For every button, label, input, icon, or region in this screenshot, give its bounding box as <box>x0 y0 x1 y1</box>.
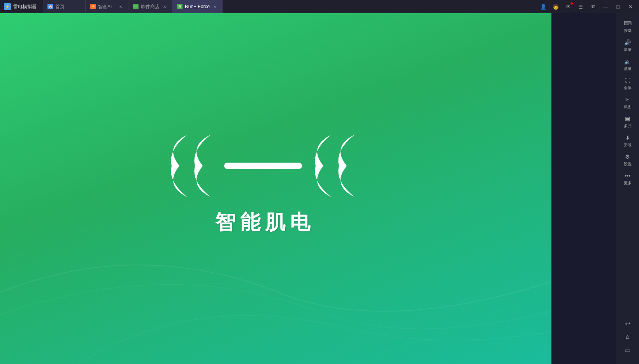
thunder-icon: ⚡ <box>4 3 11 10</box>
keyboard-icon: ⌨ <box>624 19 632 27</box>
tab-shop-icon: 🛒 <box>133 4 139 9</box>
right-sidebar: ⌨ 按键 🔊 加量 🔈 减量 ⛶ 全屏 ✂ 截图 ▣ 多开 ⬇ 安装 ⚙ 设置 … <box>616 13 639 364</box>
volume-down-icon: 🔈 <box>624 58 632 65</box>
volume-up-icon: 🔊 <box>624 38 632 46</box>
sidebar-item-volume-down[interactable]: 🔈 减量 <box>618 55 638 74</box>
fullscreen-icon: ⛶ <box>624 77 632 84</box>
sidebar-install-label: 安装 <box>624 143 632 147</box>
main-content: 智能肌电 <box>0 13 551 364</box>
tab-rune-label: RunE Force <box>185 4 210 9</box>
multi-icon: ▣ <box>624 115 632 122</box>
home-button[interactable]: ⌂ <box>618 331 638 343</box>
sidebar-fullscreen-label: 全屏 <box>624 86 632 90</box>
sidebar-item-keyboard[interactable]: ⌨ 按键 <box>618 17 638 35</box>
close-button[interactable]: ✕ <box>625 2 636 12</box>
tab-home-icon: 🏠 <box>47 4 53 9</box>
tabs-container: 🏠 首页 ⚡ 智画AI ✕ 🛒 软件商店 ✕ R RunE Force ✕ <box>43 0 223 13</box>
tab-ai-label: 智画AI <box>98 4 112 10</box>
app-name: 雷电模拟器 <box>13 4 37 10</box>
minimize-button[interactable]: — <box>600 2 611 12</box>
titlebar-left: ⚡ 雷电模拟器 🏠 首页 ⚡ 智画AI ✕ 🛒 软件商店 ✕ <box>0 0 538 13</box>
titlebar-controls: 👤 🧑 ✉ ☰ ⧉ — □ ✕ <box>538 2 639 12</box>
mail-badge <box>571 2 573 5</box>
logo-symbol <box>156 131 374 201</box>
sidebar-item-multi[interactable]: ▣ 多开 <box>618 112 638 131</box>
sidebar-item-settings[interactable]: ⚙ 设置 <box>618 150 638 169</box>
sidebar-item-volume-up[interactable]: 🔊 加量 <box>618 36 638 54</box>
logo-text-row: 智能肌电 <box>215 209 315 236</box>
logo-container: 智能肌电 <box>156 131 374 236</box>
app-icon-area: ⚡ 雷电模拟器 <box>0 3 43 10</box>
screenshot-icon: ✂ <box>624 96 632 103</box>
tab-home[interactable]: 🏠 首页 <box>43 0 86 13</box>
sidebar-volume-up-label: 加量 <box>624 47 632 52</box>
tab-shop-close[interactable]: ✕ <box>162 4 167 9</box>
tab-ai-icon: ⚡ <box>90 4 96 9</box>
recent-button[interactable]: ▭ <box>618 344 638 356</box>
restore-button[interactable]: ⧉ <box>588 2 599 12</box>
sidebar-item-install[interactable]: ⬇ 安装 <box>618 131 638 150</box>
back-button[interactable]: ↩ <box>618 317 638 330</box>
sidebar-item-more[interactable]: ••• 更多 <box>618 170 638 188</box>
svg-rect-0 <box>224 163 302 169</box>
tab-home-label: 首页 <box>55 4 65 10</box>
tab-shop-label: 软件商店 <box>141 4 160 10</box>
tab-rune-icon: R <box>177 4 183 9</box>
more-icon: ••• <box>624 172 632 180</box>
install-icon: ⬇ <box>624 134 632 142</box>
settings-icon: ⚙ <box>624 153 632 161</box>
menu-button[interactable]: ☰ <box>575 2 586 12</box>
sidebar-item-fullscreen[interactable]: ⛶ 全屏 <box>618 74 638 93</box>
sidebar-settings-label: 设置 <box>624 162 632 166</box>
account-button[interactable]: 👤 <box>538 2 549 12</box>
tab-ai[interactable]: ⚡ 智画AI ✕ <box>86 0 128 13</box>
sidebar-keyboard-label: 按键 <box>624 28 632 33</box>
sidebar-item-screenshot[interactable]: ✂ 截图 <box>618 93 638 112</box>
titlebar: ⚡ 雷电模拟器 🏠 首页 ⚡ 智画AI ✕ 🛒 软件商店 ✕ <box>0 0 639 13</box>
sidebar-more-label: 更多 <box>624 181 632 186</box>
mail-button[interactable]: ✉ <box>563 2 574 12</box>
avatar-button[interactable]: 🧑 <box>550 2 561 12</box>
sidebar-multi-label: 多开 <box>624 124 632 128</box>
tab-ai-close[interactable]: ✕ <box>118 4 123 9</box>
tab-rune-close[interactable]: ✕ <box>212 4 218 9</box>
logo-text: 智能肌电 <box>215 209 315 236</box>
sidebar-screenshot-label: 截图 <box>624 105 632 109</box>
sidebar-volume-down-label: 减量 <box>624 66 632 71</box>
sidebar-bottom: ↩ ⌂ ▭ <box>618 317 638 360</box>
tab-shop[interactable]: 🛒 软件商店 ✕ <box>128 0 172 13</box>
tab-rune[interactable]: R RunE Force ✕ <box>172 0 223 13</box>
maximize-button[interactable]: □ <box>613 2 623 12</box>
